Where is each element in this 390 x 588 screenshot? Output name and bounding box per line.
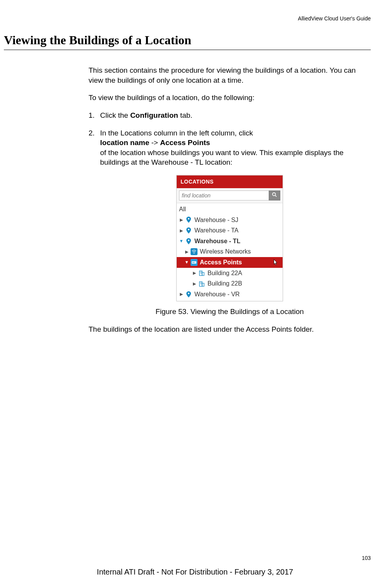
building-icon — [198, 280, 205, 287]
draft-notice: Internal ATI Draft - Not For Distributio… — [0, 568, 390, 576]
tree-item-wireless[interactable]: ▶ Wireless Networks — [177, 246, 283, 257]
wifi-icon — [191, 248, 198, 255]
svg-rect-13 — [200, 273, 201, 274]
step2-text-d: Access Points — [160, 139, 210, 147]
collapse-icon: ▼ — [184, 259, 189, 265]
step2-text-a: In the Locations column in the left colu… — [100, 129, 253, 137]
search-button[interactable] — [269, 190, 280, 200]
section-rule — [4, 50, 371, 50]
step2-text-c: -> — [149, 139, 160, 147]
tree-item-label: Building 22B — [208, 279, 242, 288]
svg-rect-8 — [194, 262, 194, 263]
step-number: 1. — [89, 110, 100, 120]
tree-item-label: Warehouse - SJ — [194, 216, 238, 224]
location-pin-icon — [185, 227, 192, 234]
search-row — [177, 188, 283, 203]
expand-icon: ▶ — [179, 228, 184, 234]
svg-rect-16 — [202, 283, 204, 286]
building-icon — [198, 269, 205, 276]
figure-caption: Figure 53. Viewing the Buildings of a Lo… — [89, 307, 371, 317]
tree-all-label: All — [179, 205, 186, 214]
svg-rect-11 — [200, 272, 201, 272]
svg-rect-19 — [200, 284, 201, 284]
tree-item-label: Warehouse - TA — [194, 226, 238, 235]
figure-container: LOCATIONS All ▶ — [89, 175, 371, 301]
expand-icon: ▶ — [179, 291, 184, 297]
svg-rect-14 — [201, 273, 202, 274]
step-1: 1. Click the Configuration tab. — [89, 110, 371, 120]
tree-item-label: Access Points — [200, 258, 242, 267]
tree-item-label: Wireless Networks — [200, 247, 251, 256]
svg-point-21 — [188, 292, 189, 294]
location-tree: All ▶ Warehouse - SJ ▶ W — [177, 203, 283, 301]
svg-point-5 — [194, 252, 195, 254]
access-point-icon — [191, 259, 198, 266]
svg-rect-10 — [202, 272, 204, 276]
step-number: 2. — [89, 128, 100, 168]
svg-rect-12 — [201, 272, 202, 272]
step-2: 2. In the Locations column in the left c… — [89, 128, 371, 168]
tree-item-label: Building 22A — [208, 269, 242, 277]
tree-item-sj[interactable]: ▶ Warehouse - SJ — [177, 215, 283, 226]
tree-all[interactable]: All — [177, 204, 283, 215]
lead-paragraph: To view the buildings of a location, do … — [89, 93, 371, 103]
svg-point-4 — [188, 239, 189, 241]
svg-rect-7 — [192, 262, 193, 263]
section-heading: Viewing the Buildings of a Location — [4, 33, 371, 47]
step2-text-b: location name — [100, 139, 149, 147]
step2-text-e: of the location whose buildings you want… — [100, 149, 343, 167]
location-pin-icon — [185, 238, 192, 245]
svg-rect-17 — [200, 282, 201, 283]
tree-item-tl[interactable]: ▼ Warehouse - TL — [177, 236, 283, 247]
page-number: 103 — [362, 555, 371, 561]
tree-item-access-points[interactable]: ▼ Access Points — [177, 257, 283, 268]
tree-item-label: Warehouse - TL — [194, 237, 240, 246]
svg-point-3 — [188, 229, 189, 231]
search-input[interactable] — [179, 190, 269, 200]
step1-text-b: Configuration — [130, 111, 178, 119]
location-pin-icon — [185, 291, 192, 298]
expand-icon: ▶ — [179, 217, 184, 223]
svg-rect-18 — [201, 282, 202, 283]
tree-item-vr[interactable]: ▶ Warehouse - VR — [177, 289, 283, 300]
svg-line-1 — [275, 195, 277, 197]
step1-text-c: tab. — [178, 111, 192, 119]
collapse-icon: ▼ — [179, 238, 184, 244]
search-icon — [272, 191, 277, 200]
intro-paragraph: This section contains the procedure for … — [89, 65, 371, 85]
tree-item-building-22b[interactable]: ▶ Building 22B — [177, 278, 283, 289]
svg-point-0 — [273, 193, 276, 196]
svg-point-2 — [188, 218, 189, 220]
location-pin-icon — [185, 216, 192, 223]
expand-icon: ▶ — [192, 270, 197, 276]
tree-item-label: Warehouse - VR — [194, 290, 240, 299]
cursor-icon — [272, 259, 279, 266]
locations-panel: LOCATIONS All ▶ — [176, 175, 283, 301]
expand-icon: ▶ — [192, 281, 197, 287]
tree-item-building-22a[interactable]: ▶ Building 22A — [177, 268, 283, 279]
guide-title: AlliedView Cloud User's Guide — [4, 15, 371, 22]
step1-text-a: Click the — [100, 111, 130, 119]
expand-icon: ▶ — [184, 249, 189, 255]
svg-rect-20 — [201, 284, 202, 284]
tree-item-ta[interactable]: ▶ Warehouse - TA — [177, 225, 283, 236]
panel-header: LOCATIONS — [177, 175, 283, 188]
after-figure-paragraph: The buildings of the location are listed… — [89, 324, 371, 334]
